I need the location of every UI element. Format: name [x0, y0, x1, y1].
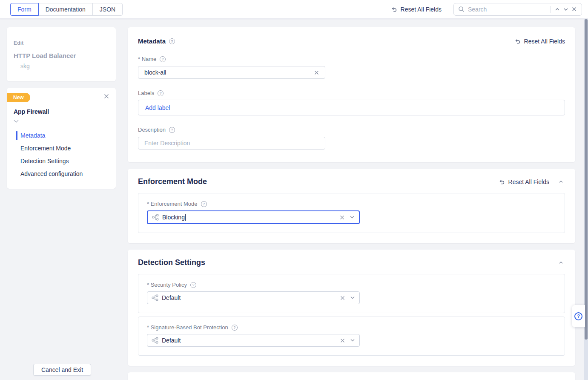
chevron-down-icon[interactable]: [350, 337, 355, 344]
reset-all-fields-button[interactable]: Reset All Fields: [390, 6, 442, 13]
edit-mode-label: Edit: [14, 40, 109, 46]
tab-documentation[interactable]: Documentation: [38, 3, 93, 16]
security-policy-box: * Security Policy Default: [138, 274, 565, 313]
enforcement-reset-button[interactable]: Reset All Fields: [498, 178, 549, 185]
search-input[interactable]: [468, 6, 548, 13]
detection-settings-section: Detection Settings * Security Policy: [128, 250, 575, 366]
advanced-configuration-section: Advanced configuration Show Advanced Fie…: [128, 372, 575, 380]
enforcement-mode-select[interactable]: Blocking: [147, 210, 360, 224]
undo-icon: [514, 38, 521, 45]
labels-field-label: Labels: [138, 90, 154, 96]
security-policy-select[interactable]: Default: [147, 291, 360, 304]
enforcement-field-box: * Enforcement Mode Blocking: [138, 193, 565, 233]
nav-item-advanced-configuration[interactable]: Advanced configuration: [7, 167, 116, 180]
security-policy-clear-icon[interactable]: [338, 294, 347, 302]
nav-item-metadata[interactable]: Metadata: [7, 129, 116, 142]
name-clear-icon[interactable]: [313, 69, 321, 77]
chevron-down-icon[interactable]: [350, 213, 355, 221]
nav-item-enforcement-mode[interactable]: Enforcement Mode: [7, 142, 116, 155]
topbar-right: Reset All Fields: [390, 3, 582, 16]
detection-collapse-icon[interactable]: [557, 259, 565, 267]
security-policy-label: * Security Policy: [147, 282, 187, 288]
name-input-wrap: [138, 66, 325, 79]
undo-icon: [390, 6, 397, 13]
form-main: Metadata Reset All Fields * Name: [128, 27, 575, 380]
search-divider: [550, 6, 551, 13]
name-help-icon[interactable]: [160, 56, 166, 62]
bot-protection-label: * Signature-Based Bot Protection: [147, 324, 228, 331]
security-policy-help-icon[interactable]: [190, 282, 196, 288]
enforcement-field-label: * Enforcement Mode: [147, 201, 198, 207]
text-cursor: [185, 214, 186, 221]
bot-protection-select[interactable]: Default: [147, 334, 360, 347]
undo-icon: [498, 178, 505, 185]
tab-form[interactable]: Form: [10, 3, 39, 16]
description-input-wrap: [138, 137, 325, 150]
description-input[interactable]: [144, 140, 321, 147]
metadata-section: Metadata Reset All Fields * Name: [128, 27, 575, 162]
search-next-button[interactable]: [562, 5, 570, 14]
new-badge: New: [7, 93, 30, 102]
description-field-label: Description: [138, 127, 166, 133]
form-sidebar: Edit HTTP Load Balancer skg New App Fire…: [7, 27, 116, 380]
chevron-down-icon[interactable]: [350, 294, 355, 302]
oneof-branch-icon: [152, 214, 159, 221]
cancel-and-exit-button[interactable]: Cancel and Exit: [33, 364, 91, 376]
bot-protection-clear-icon[interactable]: [338, 337, 347, 345]
labels-help-icon[interactable]: [158, 90, 163, 96]
enforcement-mode-section: Enforcement Mode Reset All Fields: [128, 169, 575, 243]
enforcement-reset-label: Reset All Fields: [508, 178, 549, 185]
panel-close-icon[interactable]: [102, 92, 111, 101]
oneof-branch-icon: [152, 337, 158, 344]
content-area: Edit HTTP Load Balancer skg New App Fire…: [0, 19, 584, 380]
context-card: Edit HTTP Load Balancer skg: [7, 27, 116, 81]
reset-all-fields-label: Reset All Fields: [401, 6, 442, 13]
panel-title: App Firewall: [14, 108, 109, 115]
search-close-icon[interactable]: [570, 5, 578, 13]
security-policy-value: Default: [162, 294, 181, 301]
nav-item-detection-settings[interactable]: Detection Settings: [7, 155, 116, 167]
search-box: [453, 3, 582, 16]
view-tabs: Form Documentation JSON: [10, 3, 123, 16]
bot-protection-box: * Signature-Based Bot Protection Default: [138, 317, 565, 356]
search-icon: [458, 6, 465, 12]
metadata-title: Metadata: [138, 37, 166, 45]
name-input[interactable]: [144, 69, 313, 76]
enforcement-clear-icon[interactable]: [338, 213, 346, 222]
bot-protection-help-icon[interactable]: [232, 325, 238, 331]
tab-json[interactable]: JSON: [92, 3, 123, 16]
top-bar: Form Documentation JSON Reset All Fields: [0, 0, 588, 19]
object-name-label: skg: [20, 63, 109, 69]
page-scrollbar-thumb[interactable]: [585, 19, 588, 340]
detection-settings-title: Detection Settings: [138, 258, 205, 267]
help-circle-icon: [574, 312, 582, 320]
section-nav: Metadata Enforcement Mode Detection Sett…: [7, 129, 116, 180]
object-type-label: HTTP Load Balancer: [14, 52, 109, 59]
enforcement-mode-value: Blocking: [162, 214, 185, 221]
name-field-label: * Name: [138, 56, 156, 62]
search-prev-button[interactable]: [553, 5, 562, 14]
enforcement-help-icon[interactable]: [201, 201, 207, 207]
labels-box: Add label: [138, 100, 565, 115]
app-firewall-panel: New App Firewall Metadata Enforcement Mo…: [7, 88, 116, 189]
bot-protection-value: Default: [162, 337, 181, 344]
collapse-caret-icon[interactable]: [13, 120, 20, 123]
help-fab-button[interactable]: [572, 305, 585, 327]
description-help-icon[interactable]: [169, 127, 175, 133]
oneof-branch-icon: [152, 294, 158, 301]
enforcement-mode-title: Enforcement Mode: [138, 177, 207, 186]
metadata-reset-button[interactable]: Reset All Fields: [514, 38, 565, 45]
add-label-link[interactable]: Add label: [145, 104, 170, 111]
metadata-help-icon[interactable]: [169, 38, 175, 44]
metadata-reset-label: Reset All Fields: [524, 38, 565, 45]
panel-divider: [7, 122, 116, 122]
enforcement-collapse-icon[interactable]: [557, 178, 565, 186]
